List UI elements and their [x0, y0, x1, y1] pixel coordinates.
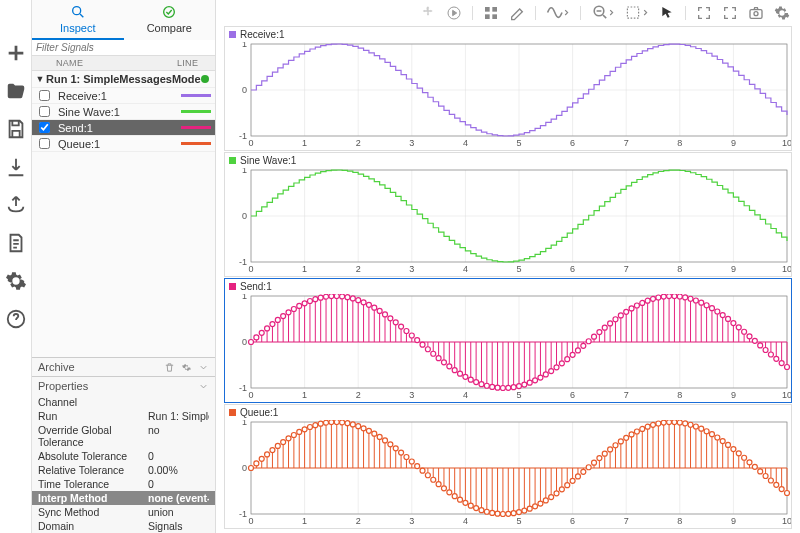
svg-point-174: [645, 298, 650, 303]
signal-checkbox[interactable]: [39, 90, 50, 101]
property-key: Time Tolerance: [38, 478, 148, 490]
svg-point-280: [511, 511, 516, 516]
svg-rect-9: [627, 7, 638, 18]
plot-area[interactable]: 012345678910-101: [225, 420, 791, 528]
tab-inspect[interactable]: Inspect: [32, 0, 124, 40]
svg-point-11: [754, 12, 758, 16]
svg-text:10: 10: [782, 516, 791, 526]
plot-area[interactable]: 012345678910-101: [225, 42, 791, 150]
run-row[interactable]: ▼ Run 1: SimpleMessagesModel[Current]: [32, 71, 215, 88]
svg-text:1: 1: [302, 516, 307, 526]
help-icon[interactable]: [5, 308, 27, 330]
signal-list-header: NAME LINE: [32, 56, 215, 71]
property-row[interactable]: Sync Methodunion: [32, 505, 215, 519]
property-row[interactable]: RunRun 1: SimpleMessagesModel: [32, 409, 215, 423]
svg-point-148: [506, 385, 511, 390]
open-folder-icon[interactable]: [5, 80, 27, 102]
svg-text:0: 0: [242, 337, 247, 347]
property-row[interactable]: Time Tolerance0: [32, 477, 215, 491]
svg-point-152: [527, 380, 532, 385]
svg-point-248: [340, 420, 345, 425]
property-row[interactable]: Relative Tolerance0.00%: [32, 463, 215, 477]
svg-point-117: [340, 294, 345, 299]
property-value: no: [148, 424, 209, 448]
signal-row[interactable]: Send:1: [32, 120, 215, 136]
property-row[interactable]: Absolute Tolerance0: [32, 449, 215, 463]
clear-icon[interactable]: [509, 5, 525, 21]
signal-row[interactable]: Sine Wave:1: [32, 104, 215, 120]
svg-text:6: 6: [570, 516, 575, 526]
plot-area[interactable]: 012345678910-101: [225, 168, 791, 276]
save-icon[interactable]: [5, 118, 27, 140]
signal-row[interactable]: Queue:1: [32, 136, 215, 152]
svg-text:3: 3: [409, 138, 414, 148]
filter-signals-input[interactable]: [32, 40, 215, 56]
plot-area[interactable]: 012345678910-101: [225, 294, 791, 402]
chart-panel[interactable]: Sine Wave:1012345678910-101: [224, 152, 792, 277]
expand-arrows-icon[interactable]: [696, 5, 712, 21]
chevron-down-icon[interactable]: [198, 381, 209, 392]
svg-point-133: [425, 347, 430, 352]
import-icon[interactable]: [5, 156, 27, 178]
svg-point-244: [318, 421, 323, 426]
trash-icon[interactable]: [164, 362, 175, 373]
svg-point-161: [575, 348, 580, 353]
legend-swatch: [229, 31, 236, 38]
svg-point-256: [383, 438, 388, 443]
chart-title-bar: Sine Wave:1: [225, 153, 791, 168]
svg-point-314: [693, 424, 698, 429]
svg-point-189: [726, 316, 731, 321]
layout-grid-icon[interactable]: [483, 5, 499, 21]
signal-checkbox[interactable]: [39, 138, 50, 149]
play-icon[interactable]: [446, 5, 462, 21]
chart-panel[interactable]: Receive:1012345678910-101: [224, 26, 792, 151]
svg-point-309: [667, 420, 672, 425]
property-key: Domain: [38, 520, 148, 532]
settings-icon[interactable]: [5, 270, 27, 292]
property-row[interactable]: DomainSignals: [32, 519, 215, 533]
property-row[interactable]: Override Global Toleranceno: [32, 423, 215, 449]
svg-text:2: 2: [356, 516, 361, 526]
property-row[interactable]: Interp Methodnone (event-based): [32, 491, 215, 505]
svg-point-262: [415, 464, 420, 469]
archive-gear-icon[interactable]: [181, 362, 192, 373]
svg-text:4: 4: [463, 516, 468, 526]
signal-checkbox[interactable]: [39, 122, 50, 133]
svg-text:10: 10: [782, 264, 791, 274]
chart-panel[interactable]: Send:1012345678910-101: [224, 278, 792, 403]
archive-title: Archive: [38, 361, 158, 373]
pan-icon[interactable]: [420, 5, 436, 21]
svg-point-113: [318, 295, 323, 300]
chart-panel[interactable]: Queue:1012345678910-101: [224, 404, 792, 529]
svg-point-112: [313, 297, 318, 302]
zoom-out-icon[interactable]: [591, 5, 615, 21]
svg-text:0: 0: [242, 211, 247, 221]
fit-icon[interactable]: [625, 5, 649, 21]
tab-compare[interactable]: Compare: [124, 0, 216, 40]
svg-text:9: 9: [731, 516, 736, 526]
signal-checkbox[interactable]: [39, 106, 50, 117]
svg-text:-1: -1: [239, 257, 247, 267]
pointer-icon[interactable]: [659, 5, 675, 21]
preferences-icon[interactable]: [774, 5, 790, 21]
svg-point-190: [731, 321, 736, 326]
snapshot-icon[interactable]: [748, 5, 764, 21]
svg-text:7: 7: [624, 516, 629, 526]
svg-point-135: [436, 356, 441, 361]
svg-point-331: [785, 491, 790, 496]
signal-mode-icon[interactable]: [546, 5, 570, 21]
svg-text:5: 5: [516, 516, 521, 526]
signal-row[interactable]: Receive:1: [32, 88, 215, 104]
expand-icon[interactable]: ▼: [34, 74, 46, 84]
property-row[interactable]: Channel: [32, 395, 215, 409]
svg-point-274: [479, 508, 484, 513]
fullscreen-icon[interactable]: [722, 5, 738, 21]
svg-point-123: [372, 305, 377, 310]
chevron-down-icon[interactable]: [198, 362, 209, 373]
export-icon[interactable]: [5, 194, 27, 216]
property-value: 0.00%: [148, 464, 209, 476]
report-icon[interactable]: [5, 232, 27, 254]
legend-swatch: [229, 157, 236, 164]
svg-point-119: [350, 296, 355, 301]
add-icon[interactable]: [5, 42, 27, 64]
